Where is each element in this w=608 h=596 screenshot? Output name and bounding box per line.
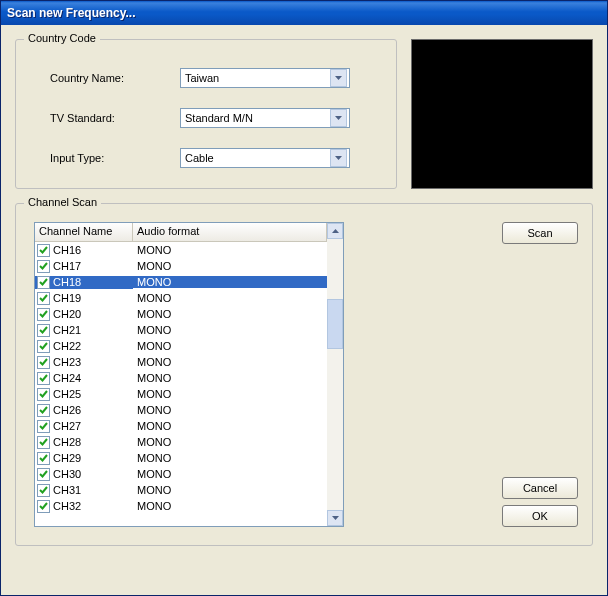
column-audio-format[interactable]: Audio format [133, 223, 327, 241]
scrollbar-track[interactable] [327, 239, 343, 510]
table-row[interactable]: CH32MONO [35, 498, 327, 514]
channel-name-text: CH32 [53, 500, 81, 512]
country-code-group: Country Code Country Name: Taiwan TV Sta… [15, 39, 397, 189]
table-row[interactable]: CH30MONO [35, 466, 327, 482]
checkbox[interactable] [37, 260, 50, 273]
cell-channel-name: CH31 [35, 484, 133, 497]
cell-audio-format: MONO [133, 500, 327, 512]
table-row[interactable]: CH23MONO [35, 354, 327, 370]
channel-name-text: CH21 [53, 324, 81, 336]
checkbox[interactable] [37, 308, 50, 321]
tv-standard-dropdown[interactable]: Standard M/N [180, 108, 350, 128]
table-row[interactable]: CH26MONO [35, 402, 327, 418]
checkbox[interactable] [37, 404, 50, 417]
cell-channel-name: CH20 [35, 308, 133, 321]
scroll-up-button[interactable] [327, 223, 343, 239]
cell-channel-name: CH25 [35, 388, 133, 401]
checkbox[interactable] [37, 292, 50, 305]
table-row[interactable]: CH24MONO [35, 370, 327, 386]
cell-channel-name: CH30 [35, 468, 133, 481]
country-code-legend: Country Code [24, 32, 100, 44]
table-row[interactable]: CH20MONO [35, 306, 327, 322]
chevron-down-icon [330, 149, 347, 167]
cell-channel-name: CH28 [35, 436, 133, 449]
ok-button[interactable]: OK [502, 505, 578, 527]
window-title: Scan new Frequency... [7, 6, 135, 20]
tv-standard-value: Standard M/N [185, 112, 253, 124]
checkbox[interactable] [37, 468, 50, 481]
column-channel-name[interactable]: Channel Name [35, 223, 133, 241]
cell-audio-format: MONO [133, 452, 327, 464]
cell-audio-format: MONO [133, 404, 327, 416]
cell-channel-name: CH26 [35, 404, 133, 417]
cell-channel-name: CH22 [35, 340, 133, 353]
table-row[interactable]: CH28MONO [35, 434, 327, 450]
country-name-dropdown[interactable]: Taiwan [180, 68, 350, 88]
input-type-label: Input Type: [26, 152, 180, 164]
checkbox[interactable] [37, 356, 50, 369]
checkbox[interactable] [37, 436, 50, 449]
cell-channel-name: CH32 [35, 500, 133, 513]
checkbox[interactable] [37, 244, 50, 257]
checkbox[interactable] [37, 500, 50, 513]
checkbox[interactable] [37, 324, 50, 337]
table-row[interactable]: CH17MONO [35, 258, 327, 274]
table-row[interactable]: CH31MONO [35, 482, 327, 498]
cancel-button[interactable]: Cancel [502, 477, 578, 499]
checkbox[interactable] [37, 420, 50, 433]
scan-frequency-window: Scan new Frequency... Country Code Count… [0, 0, 608, 596]
channel-name-text: CH23 [53, 356, 81, 368]
cell-audio-format: MONO [133, 356, 327, 368]
scrollbar[interactable] [327, 223, 343, 526]
cell-channel-name: CH23 [35, 356, 133, 369]
channel-listview[interactable]: Channel Name Audio format CH16MONOCH17MO… [34, 222, 344, 527]
listview-header[interactable]: Channel Name Audio format [35, 223, 327, 242]
checkbox[interactable] [37, 276, 50, 289]
channel-name-text: CH26 [53, 404, 81, 416]
cell-channel-name: CH29 [35, 452, 133, 465]
channel-name-text: CH25 [53, 388, 81, 400]
cell-audio-format: MONO [133, 484, 327, 496]
titlebar[interactable]: Scan new Frequency... [1, 1, 607, 25]
scroll-down-button[interactable] [327, 510, 343, 526]
cell-audio-format: MONO [133, 340, 327, 352]
cell-audio-format: MONO [133, 260, 327, 272]
table-row[interactable]: CH16MONO [35, 242, 327, 258]
checkbox[interactable] [37, 372, 50, 385]
channel-name-text: CH19 [53, 292, 81, 304]
cell-audio-format: MONO [133, 388, 327, 400]
channel-name-text: CH17 [53, 260, 81, 272]
table-row[interactable]: CH27MONO [35, 418, 327, 434]
table-row[interactable]: CH19MONO [35, 290, 327, 306]
checkbox[interactable] [37, 388, 50, 401]
checkbox[interactable] [37, 340, 50, 353]
table-row[interactable]: CH21MONO [35, 322, 327, 338]
cell-channel-name: CH21 [35, 324, 133, 337]
table-row[interactable]: CH18MONO [35, 274, 327, 290]
table-row[interactable]: CH25MONO [35, 386, 327, 402]
cell-audio-format: MONO [133, 436, 327, 448]
cell-audio-format: MONO [133, 308, 327, 320]
checkbox[interactable] [37, 452, 50, 465]
channel-name-text: CH18 [53, 276, 81, 288]
side-buttons: Scan Cancel OK [358, 222, 578, 527]
cell-audio-format: MONO [133, 468, 327, 480]
channel-scan-group: Channel Scan Channel Name Audio format C… [15, 203, 593, 546]
channel-name-text: CH27 [53, 420, 81, 432]
table-row[interactable]: CH22MONO [35, 338, 327, 354]
cell-channel-name: CH17 [35, 260, 133, 273]
preview-pane [411, 39, 593, 189]
channel-name-text: CH22 [53, 340, 81, 352]
table-row[interactable]: CH29MONO [35, 450, 327, 466]
scrollbar-thumb[interactable] [327, 299, 343, 349]
cell-audio-format: MONO [133, 324, 327, 336]
client-area: Country Code Country Name: Taiwan TV Sta… [1, 25, 607, 595]
scan-button[interactable]: Scan [502, 222, 578, 244]
input-type-value: Cable [185, 152, 214, 164]
cell-audio-format: MONO [133, 276, 327, 288]
cell-audio-format: MONO [133, 372, 327, 384]
country-name-value: Taiwan [185, 72, 219, 84]
input-type-dropdown[interactable]: Cable [180, 148, 350, 168]
cell-channel-name: CH18 [35, 276, 133, 289]
checkbox[interactable] [37, 484, 50, 497]
